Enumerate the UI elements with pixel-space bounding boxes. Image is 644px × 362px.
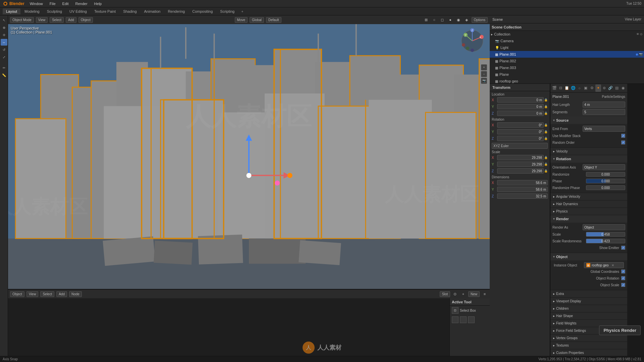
- transform-tool-btn[interactable]: ↔: [1, 39, 7, 46]
- world-prop-icon[interactable]: ○: [577, 84, 582, 92]
- visibility-icon[interactable]: ◉: [636, 53, 638, 56]
- output-prop-icon[interactable]: ⊟: [558, 84, 564, 92]
- extra-collapse[interactable]: ▸ Extra: [550, 290, 627, 298]
- tab-layout[interactable]: Layout: [3, 8, 20, 14]
- eye-icon[interactable]: 👁: [636, 33, 639, 36]
- physics-collapse[interactable]: ▸ Physics: [550, 208, 627, 215]
- loc-z-value[interactable]: 0 m: [497, 111, 544, 116]
- hair-shape-collapse[interactable]: ▸ Hair Shape: [550, 312, 627, 320]
- outliner-item-plane[interactable]: ▦ Plane: [490, 71, 644, 78]
- tab-compositing[interactable]: Compositing: [189, 8, 216, 14]
- hair-length-value[interactable]: 4 m: [583, 102, 625, 108]
- viewport-shading-wireframe[interactable]: ◻: [439, 17, 445, 23]
- view-menu[interactable]: View: [36, 17, 48, 23]
- object-scale-toggle[interactable]: ✓: [621, 283, 625, 287]
- use-modifier-stack-check[interactable]: ✓: [621, 134, 625, 138]
- tab-scripting[interactable]: Scripting: [217, 8, 238, 14]
- node-mode-dropdown[interactable]: Object: [10, 291, 24, 297]
- add-workspace-button[interactable]: +: [238, 8, 246, 14]
- render-icon[interactable]: 📷: [639, 53, 643, 56]
- render-scale-slider[interactable]: 0.458: [586, 232, 625, 237]
- proportional-edit-toggle[interactable]: ○: [431, 17, 437, 23]
- viewport-gizmo[interactable]: X Y Z: [459, 27, 486, 54]
- add-menu[interactable]: Add: [66, 17, 76, 23]
- particles-prop-icon[interactable]: ✦: [595, 84, 601, 92]
- select-box-item[interactable]: ⊡ Select Box: [450, 306, 490, 315]
- zoom-in-btn[interactable]: +: [481, 64, 487, 70]
- lock-y-icon[interactable]: 🔒: [544, 105, 548, 108]
- global-coordinates-toggle[interactable]: ✓: [621, 269, 625, 274]
- node-select-menu[interactable]: Select: [40, 291, 54, 297]
- instance-object-value[interactable]: ▦ rooftop geo ✕: [584, 262, 624, 268]
- render-prop-icon[interactable]: 🎬: [552, 84, 557, 92]
- rot-z-value[interactable]: 0°: [497, 136, 544, 141]
- scene-prop-icon[interactable]: 🌐: [571, 84, 576, 92]
- rotation-header[interactable]: ▾ Rotation: [550, 155, 627, 163]
- dim-y-value[interactable]: 58.6 m: [497, 187, 548, 192]
- orientation-dropdown[interactable]: Global: [250, 17, 264, 23]
- outliner-item-camera[interactable]: 📷 Camera: [490, 38, 644, 44]
- children-collapse[interactable]: ▸ Children: [550, 305, 627, 312]
- velocity-collapse[interactable]: ▸ Velocity: [550, 148, 627, 155]
- show-emitter-toggle[interactable]: ✓: [621, 246, 625, 250]
- annotate-tool-btn[interactable]: ✏: [1, 64, 7, 71]
- scale-x-value[interactable]: 29.298: [497, 155, 544, 160]
- scale-y-value[interactable]: 29.298: [497, 162, 544, 167]
- node-options-btn[interactable]: ≡: [482, 291, 488, 297]
- camera-view-btn[interactable]: 📷: [481, 78, 487, 84]
- snap-toggle[interactable]: ⊞: [423, 17, 429, 23]
- tab-rendering[interactable]: Rendering: [164, 8, 188, 14]
- object-prop-icon[interactable]: ▣: [583, 84, 589, 92]
- node-slot-dropdown[interactable]: Slot: [440, 291, 450, 297]
- tab-modeling[interactable]: Modeling: [21, 8, 43, 14]
- object-mode-dropdown[interactable]: Object Mode: [10, 17, 34, 23]
- rotate-tool-btn[interactable]: ↺: [1, 46, 7, 53]
- viewport-shading-rendered[interactable]: ◈: [464, 17, 470, 23]
- camera-eye-icon[interactable]: ⊙: [640, 33, 643, 36]
- vertex-groups-collapse[interactable]: ▸ Vertex Groups: [550, 335, 627, 342]
- node-add-menu[interactable]: Add: [56, 291, 67, 297]
- randomize-slider[interactable]: 0.000: [586, 172, 625, 177]
- select-menu[interactable]: Select: [50, 17, 64, 23]
- tool-icon-1[interactable]: [452, 316, 459, 323]
- object-section-header[interactable]: ▾ Object: [550, 253, 627, 260]
- tab-texture-paint[interactable]: Texture Paint: [91, 8, 119, 14]
- measure-tool-btn[interactable]: 📏: [1, 72, 7, 78]
- lock-z-icon[interactable]: 🔒: [544, 112, 548, 115]
- lock-rx[interactable]: 🔒: [544, 123, 548, 127]
- outliner-item-plane003[interactable]: ▦ Plane.003: [490, 64, 644, 71]
- material-prop-icon[interactable]: ◉: [620, 84, 626, 92]
- scale-randomness-slider[interactable]: 0.423: [586, 239, 625, 243]
- viewport-shading-solid[interactable]: ●: [447, 17, 453, 23]
- loc-y-value[interactable]: 0 m: [497, 104, 544, 109]
- viewport-display-collapse[interactable]: ▸ Viewport Display: [550, 298, 627, 305]
- tab-animation[interactable]: Animation: [141, 8, 164, 14]
- constraints-prop-icon[interactable]: 🔗: [608, 84, 613, 92]
- outliner-item-plane001[interactable]: ▦ Plane.001 ◉ 📷: [490, 51, 644, 58]
- lock-sy[interactable]: 🔒: [544, 163, 548, 166]
- node-node-menu[interactable]: Node: [69, 291, 82, 297]
- outliner-item-plane002[interactable]: ▦ Plane.002: [490, 58, 644, 64]
- data-prop-icon[interactable]: ▤: [614, 84, 620, 92]
- lock-sz[interactable]: 🔒: [544, 169, 548, 173]
- rot-y-value[interactable]: 0°: [497, 129, 544, 134]
- lock-ry[interactable]: 🔒: [544, 130, 548, 133]
- node-view-menu[interactable]: View: [26, 291, 39, 297]
- rot-x-value[interactable]: 0°: [497, 122, 544, 128]
- lock-sx[interactable]: 🔒: [544, 156, 548, 159]
- lock-x-icon[interactable]: 🔒: [544, 98, 548, 102]
- physics-prop-icon[interactable]: ⊛: [602, 84, 607, 92]
- select-tool-btn[interactable]: ↖: [1, 17, 7, 23]
- angular-velocity-collapse[interactable]: ▸ Angular Velocity: [550, 193, 627, 200]
- drag-action-dropdown[interactable]: Move: [235, 17, 248, 23]
- viewport-3d[interactable]: Object Mode View Select Add Object Move …: [8, 15, 490, 289]
- node-new-btn[interactable]: New: [468, 291, 480, 297]
- options-menu[interactable]: Options: [472, 17, 488, 23]
- tool-icon-2[interactable]: [460, 316, 467, 323]
- outliner-item-collection[interactable]: ▸ Collection 👁 ⊙: [490, 31, 644, 38]
- modifier-prop-icon[interactable]: ⚙: [589, 84, 595, 92]
- outliner-item-light[interactable]: 💡 Light: [490, 44, 644, 51]
- custom-properties-collapse[interactable]: ▸ Custom Properties: [550, 349, 627, 356]
- node-editor-content[interactable]: Active Tool ⊡ Select Box: [8, 298, 490, 356]
- tab-sculpting[interactable]: Sculpting: [44, 8, 65, 14]
